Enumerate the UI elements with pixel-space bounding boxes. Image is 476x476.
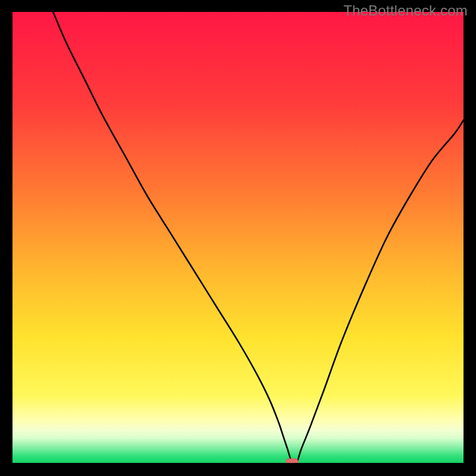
plot-frame <box>12 12 464 463</box>
optimum-marker <box>286 459 298 463</box>
plot-svg <box>12 12 464 463</box>
gradient-background <box>12 12 464 463</box>
chart-container: TheBottleneck.com <box>0 0 476 476</box>
watermark-text: TheBottleneck.com <box>343 2 468 19</box>
